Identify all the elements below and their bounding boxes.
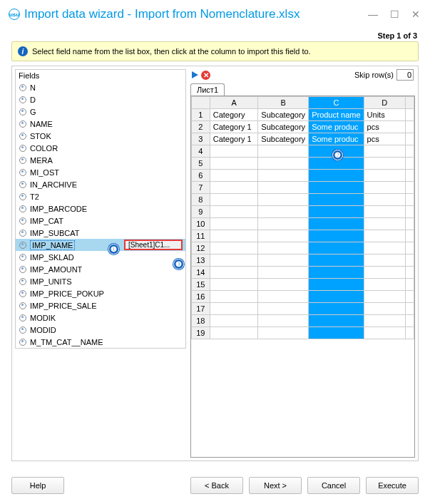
cell[interactable] bbox=[309, 218, 364, 230]
cell[interactable] bbox=[364, 170, 405, 182]
field-item[interactable]: IMP_SUBCAT bbox=[16, 227, 185, 239]
cell[interactable] bbox=[210, 254, 258, 267]
sheet-tab[interactable]: Лист1 bbox=[190, 83, 225, 96]
cell[interactable] bbox=[364, 206, 405, 218]
field-item[interactable]: M_TM_CAT__NAME bbox=[16, 336, 185, 348]
row-header[interactable]: 9 bbox=[192, 206, 210, 218]
cell[interactable]: Units bbox=[364, 109, 405, 121]
cell[interactable] bbox=[210, 230, 258, 242]
cell[interactable] bbox=[364, 315, 405, 327]
row-header[interactable]: 6 bbox=[192, 170, 210, 182]
cell[interactable] bbox=[258, 327, 309, 339]
cell[interactable]: Category 1 bbox=[210, 133, 258, 145]
remove-icon[interactable]: ✕ bbox=[201, 71, 210, 80]
cell[interactable] bbox=[364, 291, 405, 303]
cell[interactable] bbox=[210, 145, 258, 158]
cell[interactable] bbox=[258, 242, 309, 254]
field-item[interactable]: NAME bbox=[16, 118, 185, 130]
cell[interactable] bbox=[309, 315, 364, 327]
field-item[interactable]: T2 bbox=[16, 190, 185, 202]
field-item[interactable]: IMP_CAT bbox=[16, 215, 185, 227]
cell[interactable] bbox=[258, 303, 309, 315]
cell[interactable] bbox=[309, 242, 364, 254]
cell[interactable] bbox=[210, 303, 258, 315]
row-header[interactable]: 15 bbox=[192, 279, 210, 291]
cell[interactable] bbox=[210, 279, 258, 291]
cell[interactable] bbox=[364, 242, 405, 254]
field-item[interactable]: IMP_SKLAD bbox=[16, 251, 185, 263]
cell[interactable] bbox=[258, 254, 309, 267]
row-header[interactable]: 10 bbox=[192, 218, 210, 230]
row-header[interactable]: 13 bbox=[192, 254, 210, 267]
cell[interactable] bbox=[210, 170, 258, 182]
row-header[interactable]: 3 bbox=[192, 133, 210, 145]
cell[interactable] bbox=[309, 182, 364, 194]
play-icon[interactable] bbox=[192, 71, 198, 78]
cell[interactable] bbox=[210, 218, 258, 230]
cell[interactable] bbox=[364, 182, 405, 194]
cell[interactable] bbox=[210, 267, 258, 279]
cell[interactable] bbox=[309, 279, 364, 291]
cell[interactable] bbox=[309, 194, 364, 206]
col-header[interactable]: B bbox=[258, 97, 309, 109]
row-header[interactable]: 12 bbox=[192, 242, 210, 254]
maximize-button[interactable]: ☐ bbox=[389, 9, 400, 20]
cell[interactable] bbox=[258, 279, 309, 291]
field-item[interactable]: IMP_PRICE_SALE bbox=[16, 299, 185, 312]
row-header[interactable]: 14 bbox=[192, 267, 210, 279]
field-item[interactable]: MODIK bbox=[16, 312, 185, 324]
field-item[interactable]: IN_ARCHIVE bbox=[16, 178, 185, 190]
col-header[interactable]: D bbox=[364, 97, 405, 109]
help-button[interactable]: Help bbox=[11, 477, 64, 494]
field-item[interactable]: COLOR bbox=[16, 142, 185, 154]
cell[interactable] bbox=[210, 158, 258, 170]
cell[interactable] bbox=[364, 194, 405, 206]
cell[interactable] bbox=[364, 303, 405, 315]
cell[interactable] bbox=[364, 230, 405, 242]
cell[interactable] bbox=[258, 158, 309, 170]
cell[interactable] bbox=[210, 291, 258, 303]
cell[interactable]: Subcategory bbox=[258, 121, 309, 133]
field-item[interactable]: IMP_PRICE_POKUP bbox=[16, 287, 185, 299]
spreadsheet-grid[interactable]: ABCD1CategorySubcategoryProduct nameUnit… bbox=[190, 96, 415, 458]
cell[interactable] bbox=[309, 327, 364, 339]
cell[interactable] bbox=[364, 218, 405, 230]
row-header[interactable]: 4 bbox=[192, 145, 210, 158]
col-header[interactable]: C bbox=[309, 97, 364, 109]
cell[interactable]: Some produc bbox=[309, 133, 364, 145]
field-item[interactable]: IMP_BARCODE bbox=[16, 202, 185, 215]
cell[interactable] bbox=[364, 267, 405, 279]
field-item[interactable]: IMP_NAME[Sheet1]C1... bbox=[16, 239, 185, 251]
row-header[interactable]: 11 bbox=[192, 230, 210, 242]
col-header[interactable]: A bbox=[210, 97, 258, 109]
row-header[interactable]: 2 bbox=[192, 121, 210, 133]
field-item[interactable]: IMP_UNITS bbox=[16, 275, 185, 287]
cell[interactable] bbox=[364, 254, 405, 267]
field-item[interactable]: G bbox=[16, 106, 185, 118]
cell[interactable] bbox=[258, 230, 309, 242]
cell[interactable] bbox=[364, 327, 405, 339]
cell[interactable] bbox=[309, 303, 364, 315]
cell[interactable] bbox=[364, 158, 405, 170]
cell[interactable] bbox=[258, 145, 309, 158]
cell[interactable]: Subcategory bbox=[258, 109, 309, 121]
cell[interactable] bbox=[210, 315, 258, 327]
cell[interactable] bbox=[258, 170, 309, 182]
cell[interactable] bbox=[210, 327, 258, 339]
cell[interactable] bbox=[364, 279, 405, 291]
field-item[interactable]: STOK bbox=[16, 130, 185, 142]
cell[interactable]: Category bbox=[210, 109, 258, 121]
skip-rows-input[interactable] bbox=[396, 69, 414, 81]
field-item[interactable]: MERA bbox=[16, 154, 185, 166]
cell[interactable] bbox=[258, 291, 309, 303]
cell[interactable] bbox=[258, 206, 309, 218]
field-item[interactable]: N bbox=[16, 81, 185, 93]
field-item[interactable]: MODID bbox=[16, 324, 185, 336]
cell[interactable] bbox=[210, 194, 258, 206]
cell[interactable] bbox=[309, 170, 364, 182]
row-header[interactable]: 1 bbox=[192, 109, 210, 121]
cell[interactable] bbox=[258, 315, 309, 327]
row-header[interactable]: 19 bbox=[192, 327, 210, 339]
row-header[interactable]: 7 bbox=[192, 182, 210, 194]
cell[interactable]: pcs bbox=[364, 133, 405, 145]
